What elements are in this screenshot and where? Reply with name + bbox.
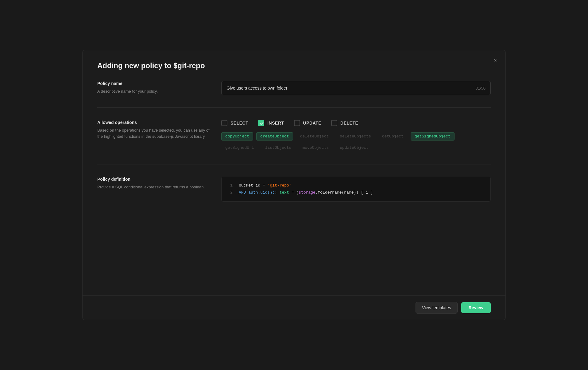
fn-deleteObjects: deleteObjects: [336, 132, 375, 141]
fn-listObjects: listObjects: [261, 144, 296, 152]
close-button[interactable]: ×: [492, 56, 498, 64]
op-insert[interactable]: INSERT: [258, 120, 284, 126]
allowed-ops-section: Allowed operations Based on the operatio…: [97, 120, 491, 152]
code-token-func: storage: [299, 190, 315, 195]
policy-name-label: Policy name A descriptive name for your …: [97, 81, 214, 95]
op-delete-label: DELETE: [340, 121, 358, 125]
view-templates-button[interactable]: View templates: [416, 302, 458, 314]
modal-title: Adding new policy to $git-repo: [97, 61, 491, 70]
code-token-default: = (: [289, 190, 299, 195]
code-token: bucket_id =: [239, 183, 268, 188]
code-line-2: 2 AND auth.uid():: text = (storage.folde…: [228, 189, 484, 196]
char-count: 31/50: [475, 86, 490, 91]
policy-def-desc: Provide a SQL conditional expression tha…: [97, 184, 214, 190]
policy-name-desc: A descriptive name for your policy.: [97, 88, 214, 94]
functions-grid: copyObject createObject deleteObject del…: [221, 132, 491, 152]
fn-moveObjects: moveObjects: [298, 144, 333, 152]
code-token-string: 'git-repo': [268, 183, 292, 188]
code-editor[interactable]: 1 bucket_id = 'git-repo' 2 AND auth.uid(…: [221, 177, 491, 202]
op-insert-label: INSERT: [267, 121, 284, 125]
policy-name-heading: Policy name: [97, 81, 214, 86]
allowed-ops-content: SELECT INSERT UPDATE DELET: [221, 120, 491, 152]
allowed-ops-label: Allowed operations Based on the operatio…: [97, 120, 214, 152]
policy-name-input[interactable]: [222, 81, 475, 95]
op-select[interactable]: SELECT: [221, 120, 248, 126]
fn-updateObject: updateObject: [336, 144, 373, 152]
checkbox-select[interactable]: [221, 120, 227, 126]
code-token-type: text: [280, 190, 289, 195]
divider-1: [97, 107, 491, 108]
review-button[interactable]: Review: [461, 302, 491, 313]
policy-def-heading: Policy definition: [97, 177, 214, 182]
allowed-ops-heading: Allowed operations: [97, 120, 214, 125]
fn-getSignedUrl: getSignedUrl: [221, 144, 258, 152]
modal: × Adding new policy to $git-repo Policy …: [82, 50, 506, 320]
policy-def-section: Policy definition Provide a SQL conditio…: [97, 177, 491, 202]
policy-name-wrapper: 31/50: [221, 81, 491, 95]
modal-body: Adding new policy to $git-repo Policy na…: [83, 50, 505, 295]
policy-name-content: 31/50: [221, 81, 491, 95]
checkbox-update[interactable]: [294, 120, 300, 126]
op-select-label: SELECT: [230, 121, 248, 125]
op-delete[interactable]: DELETE: [331, 120, 358, 126]
checkbox-delete[interactable]: [331, 120, 337, 126]
policy-def-label: Policy definition Provide a SQL conditio…: [97, 177, 214, 202]
code-token-default2: .foldername(name)) [ 1 ]: [315, 190, 373, 195]
divider-2: [97, 164, 491, 164]
fn-getObject: getObject: [378, 132, 408, 141]
line-num-1: 1: [228, 182, 233, 189]
modal-footer: View templates Review: [83, 295, 505, 320]
checkbox-insert[interactable]: [258, 120, 264, 126]
allowed-ops-desc: Based on the operations you have selecte…: [97, 127, 214, 139]
policy-name-section: Policy name A descriptive name for your …: [97, 81, 491, 95]
operations-row: SELECT INSERT UPDATE DELET: [221, 120, 491, 126]
op-update-label: UPDATE: [303, 121, 322, 125]
policy-def-content: 1 bucket_id = 'git-repo' 2 AND auth.uid(…: [221, 177, 491, 202]
fn-deleteObject: deleteObject: [296, 132, 333, 141]
code-token-keyword: AND auth.uid()::: [239, 190, 280, 195]
code-line-1: 1 bucket_id = 'git-repo': [228, 182, 484, 189]
fn-getSignedObject: getSignedObject: [411, 132, 455, 141]
fn-createObject: createObject: [256, 132, 293, 141]
line-num-2: 2: [228, 189, 233, 196]
op-update[interactable]: UPDATE: [294, 120, 322, 126]
code-content-1: bucket_id = 'git-repo': [239, 182, 292, 189]
code-content-2: AND auth.uid():: text = (storage.foldern…: [239, 189, 373, 196]
fn-copyObject: copyObject: [221, 132, 253, 141]
